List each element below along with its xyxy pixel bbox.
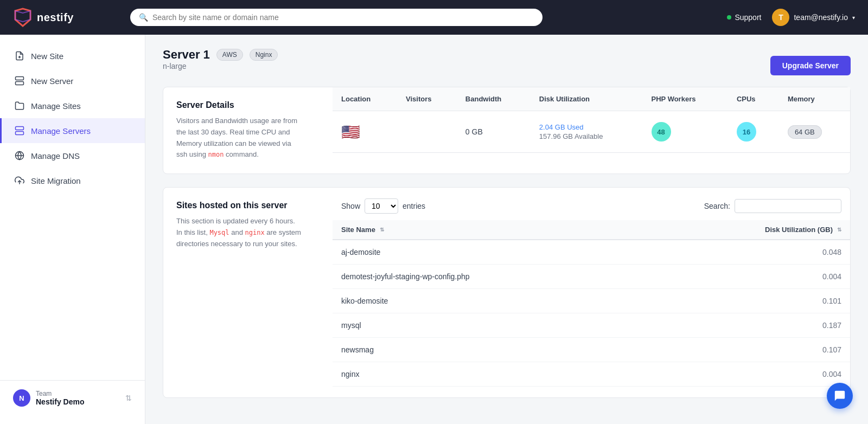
sidebar-item-new-site[interactable]: New Site — [0, 43, 145, 68]
col-cpus: CPUs — [728, 87, 779, 111]
disk-info: 2.04 GB Used 157.96 GB Available — [539, 123, 634, 140]
sidebar-item-label: Manage Servers — [31, 126, 91, 136]
search-wrap: 🔍 — [130, 9, 542, 26]
col-php: PHP Workers — [643, 87, 728, 111]
sidebar-bottom[interactable]: N Team Nestify Demo ⇅ — [0, 380, 145, 415]
php-workers-badge: 48 — [652, 122, 671, 142]
logo-text: nestify — [37, 11, 74, 24]
disk-cell: 2.04 GB Used 157.96 GB Available — [531, 111, 643, 153]
user-menu[interactable]: T team@nestify.io ▾ — [772, 9, 855, 26]
globe-icon — [15, 151, 24, 160]
details-layout: Server Details Visitors and Bandwidth us… — [163, 87, 850, 174]
badge-nginx: Nginx — [250, 49, 278, 61]
bandwidth-cell: 0 GB — [457, 111, 531, 153]
site-name-cell: newsmag — [333, 338, 647, 362]
sites-search-input[interactable] — [735, 199, 841, 213]
sidebar-item-manage-dns[interactable]: Manage DNS — [0, 143, 145, 168]
details-left: Server Details Visitors and Bandwidth us… — [163, 87, 315, 174]
entries-label: entries — [403, 202, 425, 210]
col-location: Location — [333, 87, 397, 111]
expand-icon: ⇅ — [125, 394, 132, 402]
entries-select[interactable]: 10 25 50 100 — [365, 198, 398, 214]
sort-icon: ⇅ — [380, 227, 384, 233]
chat-button[interactable] — [827, 383, 853, 409]
svg-rect-5 — [16, 77, 24, 80]
col-memory: Memory — [779, 87, 850, 111]
search-input[interactable] — [152, 13, 534, 22]
sort-icon-disk: ⇅ — [837, 227, 841, 233]
team-avatar: N — [13, 389, 30, 407]
stats-table: Location Visitors Bandwidth Disk Utiliza… — [333, 87, 850, 153]
table-row: aj-demosite 0.048 — [333, 240, 850, 265]
sidebar-item-new-server[interactable]: New Server — [0, 68, 145, 93]
details-desc-text2: command. — [226, 150, 259, 158]
support-label: Support — [735, 13, 761, 22]
sidebar-item-label: New Site — [31, 52, 63, 61]
support-badge[interactable]: Support — [727, 13, 761, 22]
user-email: team@nestify.io — [794, 13, 848, 22]
sites-and: and — [231, 228, 243, 236]
table-row: 🇺🇸 0 GB 2.04 GB Used 157.96 GB Available — [333, 111, 850, 153]
details-desc: Visitors and Bandwidth usage are from th… — [176, 115, 302, 160]
site-name-cell: demotest-joyful-staging-wp-config.php — [333, 265, 647, 289]
folder-icon — [15, 101, 24, 111]
sidebar-item-site-migration[interactable]: Site Migration — [0, 168, 145, 193]
disk-util-cell: 0.004 — [647, 362, 850, 387]
col-site-name-inner: Site Name ⇅ — [341, 226, 384, 234]
memory-badge: 64 GB — [788, 125, 822, 139]
server-details-card: Server Details Visitors and Bandwidth us… — [163, 87, 851, 174]
logo-area: nestify — [13, 8, 122, 27]
site-name-cell: kiko-demosite — [333, 289, 647, 313]
details-right: Location Visitors Bandwidth Disk Utiliza… — [333, 87, 850, 174]
server-subtitle: n-large — [163, 62, 278, 70]
sidebar-item-label: New Server — [31, 76, 73, 86]
nav-right: Support T team@nestify.io ▾ — [727, 9, 855, 26]
table-row: demotest-joyful-staging-wp-config.php 0.… — [333, 265, 850, 289]
server-title: Server 1 — [163, 48, 210, 62]
sites-desc: This section is updated every 6 hours. I… — [176, 216, 302, 249]
col-disk-util-inner: Disk Utilization (GB) ⇅ — [765, 226, 841, 234]
site-name-cell: nginx — [333, 362, 647, 387]
main-content: Server 1 AWS Nginx n-large Upgrade Serve… — [145, 35, 868, 424]
sites-left: Sites hosted on this server This section… — [163, 188, 315, 397]
svg-rect-9 — [16, 127, 24, 130]
team-name: Team — [36, 390, 120, 397]
disk-available: 157.96 GB Available — [539, 132, 634, 140]
support-dot — [727, 15, 731, 20]
team-org: Nestify Demo — [36, 397, 120, 406]
sites-data-table: Site Name ⇅ Disk Utilization (GB) ⇅ — [333, 220, 850, 387]
site-name-cell: aj-demosite — [333, 240, 647, 265]
search-label: Search: — [704, 202, 730, 210]
php-workers-cell: 48 — [643, 111, 728, 153]
disk-util-cell: 0.107 — [647, 338, 850, 362]
search-icon: 🔍 — [139, 13, 148, 22]
server-header: Server 1 AWS Nginx n-large Upgrade Serve… — [163, 48, 851, 83]
team-info: Team Nestify Demo — [36, 390, 120, 406]
table-row: nginx 0.004 — [333, 362, 850, 387]
sidebar-item-manage-servers[interactable]: Manage Servers — [0, 118, 145, 143]
sites-hosted-card: Sites hosted on this server This section… — [163, 187, 851, 398]
servers-icon — [15, 126, 24, 136]
col-bandwidth: Bandwidth — [457, 87, 531, 111]
search-bar: 🔍 — [130, 9, 542, 26]
svg-rect-6 — [16, 82, 24, 85]
avatar: T — [772, 9, 789, 26]
table-row: mysql 0.187 — [333, 313, 850, 338]
sidebar-item-label: Manage Sites — [31, 101, 81, 111]
table-row: newsmag 0.107 — [333, 338, 850, 362]
sites-layout: Sites hosted on this server This section… — [163, 188, 850, 397]
mysql-highlight: Mysql — [209, 229, 229, 236]
show-label: Show — [341, 202, 360, 210]
upload-icon — [15, 176, 24, 185]
sidebar-item-manage-sites[interactable]: Manage Sites — [0, 93, 145, 118]
server-title-row: Server 1 AWS Nginx — [163, 48, 278, 62]
topnav: nestify 🔍 Support T team@nestify.io ▾ — [0, 0, 868, 35]
flag-cell: 🇺🇸 — [341, 123, 388, 141]
show-entries: Show 10 25 50 100 entries — [341, 198, 425, 214]
upgrade-server-button[interactable]: Upgrade Server — [770, 56, 851, 75]
sidebar-item-label: Manage DNS — [31, 151, 80, 160]
col-disk-util: Disk Utilization (GB) ⇅ — [647, 220, 850, 240]
nginx-highlight: nginx — [245, 229, 265, 236]
us-flag-icon: 🇺🇸 — [341, 123, 360, 141]
cpus-badge: 16 — [737, 122, 756, 142]
